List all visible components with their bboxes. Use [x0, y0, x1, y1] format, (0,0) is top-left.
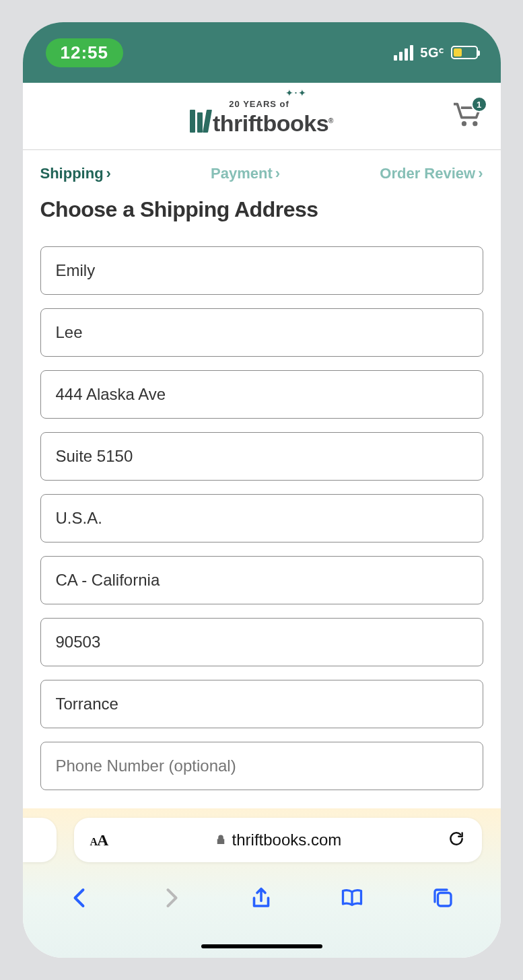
- share-icon: [249, 886, 273, 910]
- step-review-label: Order Review: [380, 165, 475, 182]
- network-type: 5Gᶜ: [420, 44, 444, 61]
- tabs-button[interactable]: [431, 886, 455, 913]
- bookmarks-button[interactable]: [340, 886, 364, 913]
- logo-wordmark: thriftbooks®: [213, 112, 333, 135]
- sparkle-icon: ✦ ･ ✦: [285, 88, 305, 98]
- chevron-right-icon: ›: [478, 165, 483, 182]
- step-shipping-label: Shipping: [40, 165, 104, 182]
- status-bar: 12:55 5Gᶜ: [23, 22, 501, 83]
- shipping-form: [40, 246, 483, 790]
- logo-text-a: thrift: [213, 110, 263, 136]
- status-time: 12:55: [46, 38, 124, 67]
- page-content: Shipping › Payment › Order Review › Choo…: [23, 150, 501, 808]
- svg-rect-2: [438, 893, 452, 907]
- address-bar[interactable]: AA thriftbooks.com: [74, 818, 482, 862]
- step-review[interactable]: Order Review ›: [380, 165, 483, 182]
- cart-button[interactable]: 1: [452, 102, 482, 131]
- last-name-field[interactable]: [40, 308, 483, 357]
- country-field[interactable]: [40, 494, 483, 542]
- text-size-small-a: A: [90, 836, 98, 847]
- step-payment[interactable]: Payment ›: [211, 165, 280, 182]
- cart-count-badge: 1: [471, 96, 487, 112]
- chevron-right-icon: ›: [275, 165, 280, 182]
- phone-field[interactable]: [40, 742, 483, 790]
- urlbar-row: AA thriftbooks.com: [23, 818, 501, 862]
- address-line2-field[interactable]: [40, 432, 483, 481]
- first-name-field[interactable]: [40, 246, 483, 295]
- reload-button[interactable]: [448, 830, 465, 850]
- books-icon: [190, 110, 210, 133]
- text-size-large-a: A: [97, 831, 108, 849]
- device-frame: 12:55 5Gᶜ 20 YEARS of ✦ ･ ✦ thriftbooks®: [23, 22, 501, 958]
- battery-icon: [451, 46, 478, 59]
- svg-point-1: [473, 121, 477, 126]
- book-icon: [340, 886, 364, 910]
- back-button[interactable]: [68, 886, 92, 913]
- url-host: thriftbooks.com: [215, 831, 342, 849]
- page-title: Choose a Shipping Address: [40, 197, 483, 222]
- cellular-signal-icon: [394, 45, 413, 61]
- chevron-left-icon: [68, 886, 92, 910]
- city-field[interactable]: [40, 680, 483, 728]
- tabs-icon: [431, 886, 455, 910]
- home-indicator[interactable]: [201, 944, 322, 948]
- share-button[interactable]: [249, 886, 273, 913]
- browser-toolbar: [23, 870, 501, 928]
- site-logo[interactable]: 20 YEARS of ✦ ･ ✦ thriftbooks®: [190, 100, 333, 133]
- adjacent-tab-peek[interactable]: [23, 818, 57, 862]
- logo-tagline: 20 YEARS of: [229, 100, 289, 108]
- site-header: 20 YEARS of ✦ ･ ✦ thriftbooks® 1: [23, 83, 501, 150]
- step-payment-label: Payment: [211, 165, 273, 182]
- zip-field[interactable]: [40, 618, 483, 666]
- chevron-right-icon: ›: [106, 165, 111, 182]
- browser-chrome: AA thriftbooks.com: [23, 808, 501, 958]
- lock-icon: [215, 834, 227, 846]
- address-line1-field[interactable]: [40, 370, 483, 419]
- status-right: 5Gᶜ: [394, 44, 477, 61]
- checkout-progress: Shipping › Payment › Order Review ›: [40, 165, 483, 182]
- logo-text-b: books: [263, 110, 328, 136]
- svg-point-0: [461, 121, 466, 126]
- state-field[interactable]: [40, 556, 483, 604]
- step-shipping[interactable]: Shipping ›: [40, 165, 111, 182]
- url-host-text: thriftbooks.com: [232, 831, 342, 849]
- chevron-right-icon: [159, 886, 183, 910]
- reload-icon: [448, 830, 465, 847]
- forward-button: [159, 886, 183, 913]
- text-size-button[interactable]: AA: [90, 831, 108, 849]
